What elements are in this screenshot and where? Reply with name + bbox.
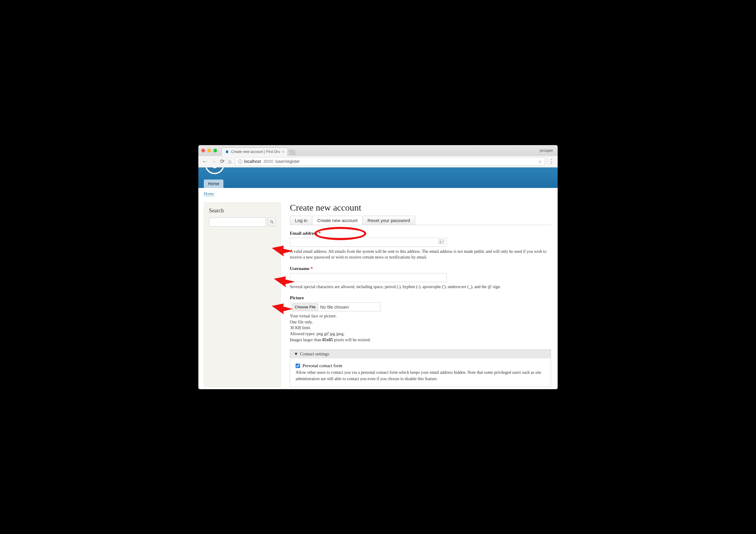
username-field[interactable]	[290, 273, 447, 282]
email-label-text: Email address	[290, 231, 317, 236]
close-window-button[interactable]	[202, 149, 205, 152]
account-tabs: Log in Create new account Reset your pas…	[290, 216, 551, 225]
close-tab-icon[interactable]: ×	[282, 149, 284, 154]
contact-settings-summary[interactable]: ▼ Contact settings	[290, 350, 551, 358]
titlebar: Create new account | First Dru × prosper	[198, 145, 558, 156]
sidebar: Search	[204, 202, 281, 387]
page-viewport: Home Home Search	[198, 167, 558, 389]
picture-label: Picture	[290, 295, 304, 300]
site-logo[interactable]	[205, 167, 224, 174]
chrome-menu-icon[interactable]: ⋮	[549, 158, 554, 165]
main-content: Create new account Log in Create new acc…	[290, 202, 552, 387]
picture-desc-5-pre: Images larger than	[290, 338, 322, 342]
window-controls	[202, 149, 222, 152]
drupal-favicon-icon	[225, 150, 229, 154]
back-button[interactable]: ←	[202, 159, 207, 164]
search-input[interactable]	[209, 217, 266, 227]
svg-rect-6	[442, 241, 444, 241]
picture-desc-5: Images larger than 85x85 pixels will be …	[290, 337, 551, 343]
username-description: Several special characters are allowed, …	[290, 284, 551, 290]
picture-desc-5-post: pixels will be resized.	[333, 338, 371, 342]
site-header: Home	[198, 167, 558, 188]
picture-desc-3: 30 KB limit.	[290, 325, 551, 331]
search-button[interactable]	[268, 217, 276, 227]
bookmark-star-icon[interactable]: ☆	[538, 159, 542, 165]
search-icon	[270, 220, 274, 224]
contact-settings-body: Personal contact form Allow other users …	[290, 358, 551, 387]
email-field[interactable]	[290, 238, 447, 247]
tab-title: Create new account | First Dru	[231, 150, 280, 154]
primary-nav: Home	[204, 180, 224, 188]
tab-reset-password[interactable]: Reset your password	[362, 216, 415, 225]
new-tab-button[interactable]	[288, 150, 296, 155]
drupal-logo-icon	[209, 167, 220, 170]
forward-button[interactable]: →	[211, 159, 216, 164]
chrome-profile-name[interactable]: prosper	[540, 148, 553, 153]
maximize-window-button[interactable]	[213, 149, 217, 152]
email-description: A valid email address. All emails from t…	[290, 249, 551, 260]
svg-line-3	[272, 222, 274, 223]
nav-home[interactable]: Home	[204, 180, 224, 188]
minimize-window-button[interactable]	[207, 149, 211, 152]
contact-settings-desc: Allow other users to contact you via a p…	[296, 369, 545, 382]
columns: Search Create new account Log in Create …	[204, 202, 552, 387]
tab-create-account[interactable]: Create new account	[312, 216, 363, 225]
picture-desc-4: Allowed types: png gif jpg jpeg.	[290, 331, 551, 337]
url-path: /user/register	[275, 159, 300, 164]
sidebar-search-heading: Search	[209, 208, 276, 214]
address-bar: ← → ⟳ ⌂ i localhost:8000/user/register ☆…	[198, 156, 558, 167]
site-info-icon[interactable]: i	[238, 159, 242, 164]
browser-tab[interactable]: Create new account | First Dru ×	[222, 147, 288, 156]
svg-point-2	[270, 220, 273, 223]
url-port: :8000	[263, 159, 273, 164]
search-form	[209, 217, 276, 227]
svg-rect-7	[442, 242, 444, 242]
personal-contact-form-row[interactable]: Personal contact form	[296, 363, 545, 369]
home-button[interactable]: ⌂	[228, 159, 231, 164]
picture-desc-5-bold: 85x85	[322, 338, 333, 342]
form-item-picture: Picture Choose File No file chosen Your …	[290, 295, 551, 343]
breadcrumb-home[interactable]: Home	[204, 191, 214, 196]
omnibox[interactable]: i localhost:8000/user/register ☆	[235, 157, 545, 165]
form-item-email: Email address * A valid email address. A…	[290, 231, 551, 260]
page-title: Create new account	[290, 202, 551, 213]
personal-contact-form-checkbox[interactable]	[296, 364, 300, 368]
picture-desc-1: Your virtual face or picture.	[290, 313, 551, 319]
email-label: Email address *	[290, 231, 321, 236]
contact-settings-label: Contact settings	[300, 351, 329, 357]
username-label-text: Username	[290, 266, 310, 271]
file-status: No file chosen	[320, 304, 349, 310]
triangle-down-icon: ▼	[294, 351, 298, 357]
choose-file-button[interactable]: Choose File	[292, 303, 318, 311]
form-item-username: Username * Several special characters ar…	[290, 266, 551, 290]
breadcrumb: Home	[204, 191, 552, 196]
browser-window: Create new account | First Dru × prosper…	[198, 145, 558, 389]
tab-login[interactable]: Log in	[290, 216, 312, 225]
picture-desc-2: One file only.	[290, 319, 551, 325]
required-marker: *	[318, 231, 321, 236]
username-label: Username *	[290, 266, 313, 271]
picture-file-input[interactable]: Choose File No file chosen	[290, 302, 380, 311]
contact-settings-fieldset: ▼ Contact settings Personal contact form…	[290, 349, 551, 387]
required-marker: *	[311, 266, 313, 271]
url-host: localhost	[244, 159, 261, 164]
reload-button[interactable]: ⟳	[220, 159, 225, 164]
svg-point-5	[440, 241, 442, 242]
personal-contact-form-label: Personal contact form	[303, 363, 342, 369]
contact-card-icon	[439, 240, 444, 245]
page-body: Home Search Create new account	[198, 188, 558, 389]
